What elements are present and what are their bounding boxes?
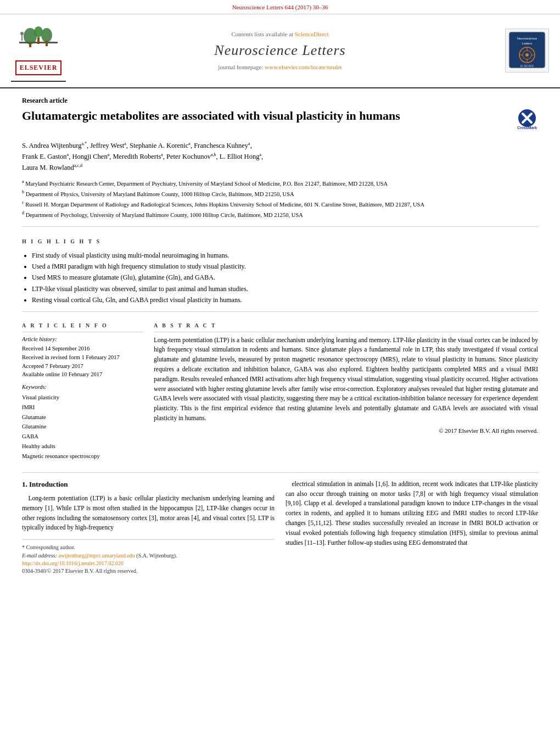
author9-sup: a xyxy=(259,152,261,157)
svg-rect-5 xyxy=(46,41,48,46)
article-info-label: A R T I C L E I N F O xyxy=(22,317,143,332)
abstract-text: Long-term potentiation (LTP) is a basic … xyxy=(154,336,538,423)
intro-title: 1. Introduction xyxy=(22,479,275,489)
keywords-section: Keywords: Visual plasticity fMRI Glutama… xyxy=(22,383,143,461)
abstract-label: A B S T R A C T xyxy=(154,317,538,332)
svg-text:CrossMark: CrossMark xyxy=(517,126,537,130)
highlight-item-3: Used MRS to measure glutamate (Glu), glu… xyxy=(32,272,538,283)
history-label: Article history: xyxy=(22,336,143,344)
article-body: Research article Glutamatergic metabolit… xyxy=(0,88,560,587)
email-note: E-mail address: awijtenburg@mprc.umaryla… xyxy=(22,551,275,560)
highlights-list: First study of visual plasticity using m… xyxy=(22,250,538,306)
svg-text:Letters: Letters xyxy=(522,42,532,45)
article-title-row: Glutamatergic metabolites are associated… xyxy=(22,108,538,134)
affiliation-c: c Russell H. Morgan Department of Radiol… xyxy=(22,199,538,209)
authors-line: S. Andrea Wijtenburga,*, Jeffrey Westa, … xyxy=(22,140,538,173)
author-meredith-roberts: Meredith Robertsa xyxy=(113,153,163,160)
affiliation-b: b Department of Physics, University of M… xyxy=(22,189,538,198)
keyword-3: Glutamate xyxy=(22,412,143,422)
svg-text:ELSEVIER: ELSEVIER xyxy=(520,64,534,68)
main-right-col: electrical stimulation in animals [1,6].… xyxy=(285,479,538,575)
keywords-list: Visual plasticity fMRI Glutamate Glutami… xyxy=(22,393,143,461)
highlights-section: H I G H L I G H T S First study of visua… xyxy=(22,233,538,312)
svg-point-3 xyxy=(34,26,43,37)
neuroscience-logo-svg: Neuroscience Letters ELSEVIER xyxy=(508,31,546,69)
journal-homepage: journal homepage: www.elsevier.com/locat… xyxy=(66,63,494,71)
highlights-label: H I G H L I G H T S xyxy=(22,233,538,246)
svg-text:Neuroscience: Neuroscience xyxy=(517,37,537,40)
elsevier-logo-area: ELSEVIER xyxy=(11,20,66,81)
main-content: 1. Introduction Long-term potentiation (… xyxy=(22,479,538,575)
intro-para1: Long-term potentiation (LTP) is a basic … xyxy=(22,494,275,533)
highlight-item-4: LTP-like visual plasticity was observed,… xyxy=(32,283,538,294)
citation-bar: Neuroscience Letters 644 (2017) 30–36 xyxy=(0,0,560,14)
sciencedirect-prefix: Contents lists available at xyxy=(231,31,293,37)
sciencedirect-link[interactable]: ScienceDirect xyxy=(295,31,329,37)
crossmark-icon: CrossMark xyxy=(516,108,538,131)
keyword-4: Glutamine xyxy=(22,422,143,432)
elsevier-label-box: ELSEVIER xyxy=(15,60,62,75)
elsevier-logo-svg xyxy=(16,25,60,55)
keyword-2: fMRI xyxy=(22,403,143,412)
info-abstract-section: A R T I C L E I N F O Article history: R… xyxy=(22,317,538,473)
author6-sup: a xyxy=(108,152,110,157)
svg-point-7 xyxy=(20,32,24,35)
highlight-item-5: Resting visual cortical Glu, Gln, and GA… xyxy=(32,294,538,305)
article-history: Article history: Received 14 September 2… xyxy=(22,336,143,380)
keyword-1: Visual plasticity xyxy=(22,393,143,403)
affiliation-a: a Maryland Psychiatric Research Center, … xyxy=(22,178,538,188)
journal-header: ELSEVIER Contents lists available at Sci… xyxy=(0,14,560,88)
svg-point-14 xyxy=(525,53,529,57)
affiliations-section: a Maryland Psychiatric Research Center, … xyxy=(22,178,538,227)
issn-copyright: 0304-3940/© 2017 Elsevier B.V. All right… xyxy=(22,567,275,575)
corresponding-note: * Corresponding author. xyxy=(22,543,275,551)
keywords-label: Keywords: xyxy=(22,383,143,392)
main-left-col: 1. Introduction Long-term potentiation (… xyxy=(22,479,275,575)
elsevier-logo xyxy=(16,25,60,58)
author3-sup: a xyxy=(188,141,191,146)
intro-para2: electrical stimulation in animals [1,6].… xyxy=(285,479,538,548)
keyword-6: Healthy adults xyxy=(22,442,143,451)
svg-rect-6 xyxy=(37,37,40,44)
journal-center-info: Contents lists available at ScienceDirec… xyxy=(66,30,494,71)
keyword-7: Magnetic resonance spectroscopy xyxy=(22,451,143,461)
doi-link: http://dx.doi.org/10.1016/j.neulet.2017.… xyxy=(22,560,275,567)
author5-sup: a xyxy=(67,152,69,157)
author8-sup: a,b xyxy=(211,152,216,157)
abstract-col: A B S T R A C T Long-term potentiation (… xyxy=(154,317,538,466)
author1: S. Andrea Wijtenburga,*, Jeffrey Westa, … xyxy=(22,142,263,171)
email-link[interactable]: awijtenburg@mprc.umaryland.edu xyxy=(58,553,135,559)
svg-rect-4 xyxy=(29,42,31,47)
citation-text: Neuroscience Letters 644 (2017) 30–36 xyxy=(232,4,328,10)
footnote-section: * Corresponding author. E-mail address: … xyxy=(22,539,275,575)
received-date: Received 14 September 2016 xyxy=(22,344,143,353)
accepted-date: Accepted 7 February 2017 xyxy=(22,362,143,371)
intro-body-left: Long-term potentiation (LTP) is a basic … xyxy=(22,494,275,533)
homepage-link[interactable]: www.elsevier.com/locate/neulet xyxy=(265,64,341,70)
author4-sup: a xyxy=(248,141,250,146)
keyword-5: GABA xyxy=(22,432,143,442)
crossmark-area: CrossMark xyxy=(516,108,538,134)
author7-sup: a xyxy=(161,152,163,157)
article-info-col: A R T I C L E I N F O Article history: R… xyxy=(22,317,143,466)
article-title: Glutamatergic metabolites are associated… xyxy=(22,108,516,124)
author10-sup: a,c,d xyxy=(74,163,82,168)
page-wrapper: Neuroscience Letters 644 (2017) 30–36 xyxy=(0,0,560,586)
email-suffix: (S.A. Wijtenburg). xyxy=(136,553,177,559)
elsevier-label: ELSEVIER xyxy=(20,64,58,71)
abstract-copyright: © 2017 Elsevier B.V. All rights reserved… xyxy=(154,427,538,435)
article-type: Research article xyxy=(22,96,538,105)
affiliation-d: d Department of Psychology, University o… xyxy=(22,210,538,219)
sciencedirect-info: Contents lists available at ScienceDirec… xyxy=(66,30,494,38)
revised-date: Received in revised form 1 February 2017 xyxy=(22,353,143,362)
homepage-prefix: journal homepage: xyxy=(218,64,263,70)
svg-point-2 xyxy=(41,28,52,42)
author1-sup: a,* xyxy=(81,141,87,146)
highlight-item-1: First study of visual plasticity using m… xyxy=(32,250,538,261)
author2-sup: a xyxy=(124,141,126,146)
journal-logo-inner: Neuroscience Letters ELSEVIER xyxy=(508,31,546,70)
journal-title: Neuroscience Letters xyxy=(66,41,494,60)
journal-logo-area: Neuroscience Letters ELSEVIER xyxy=(494,29,549,72)
journal-logo-box: Neuroscience Letters ELSEVIER xyxy=(505,29,549,72)
intro-body-right: electrical stimulation in animals [1,6].… xyxy=(285,479,538,548)
